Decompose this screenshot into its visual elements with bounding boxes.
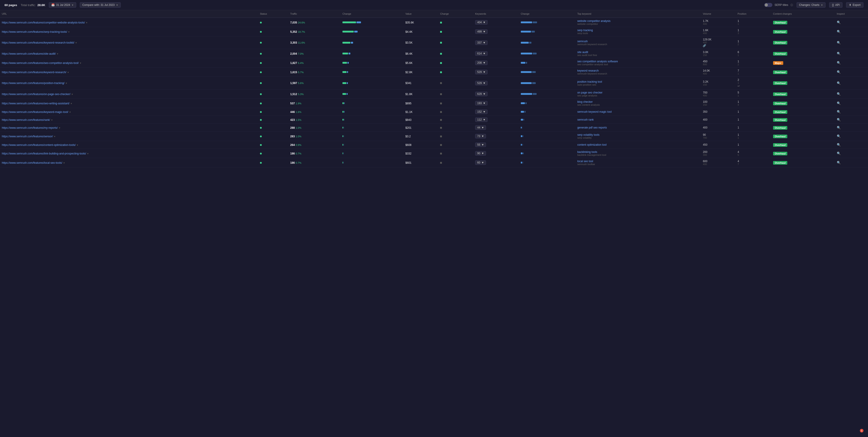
keywords-pill[interactable]: 529▼ [475,81,488,86]
keywords-dropdown-arrow[interactable]: ▼ [483,61,486,64]
content-changes-badge[interactable]: Overhaul [773,135,787,138]
inspect-icon[interactable]: 🔍 [837,110,841,113]
inspect-icon[interactable]: 🔍 [837,92,841,96]
date-btn[interactable]: 📅 31 Jul 2024 ▼ [49,2,76,8]
keywords-dropdown-arrow[interactable]: ▼ [483,118,486,121]
url-link[interactable]: https://www.semrush.com/features/rank/ [2,118,50,122]
top-keyword-main[interactable]: serp volatility tools [577,133,699,136]
compare-btn[interactable]: Compare with: 31 Jul 2023 ▼ [80,2,121,8]
keywords-dropdown-arrow[interactable]: ▼ [483,30,486,33]
content-changes-badge[interactable]: Overhaul [773,92,787,96]
inspect-icon[interactable]: 🔍 [837,52,841,55]
url-dropdown-arrow[interactable]: ▼ [76,144,79,146]
content-changes-badge[interactable]: Overhaul [773,126,787,130]
url-dropdown-arrow[interactable]: ▼ [51,119,53,121]
content-changes-badge[interactable]: Overhaul [773,161,787,165]
api-btn[interactable]: {} API [829,2,842,8]
inspect-icon[interactable]: 🔍 [837,152,841,155]
keywords-dropdown-arrow[interactable]: ▼ [483,92,486,96]
inspect-icon[interactable]: 🔍 [837,161,841,164]
keywords-pill[interactable]: 529▼ [475,70,488,74]
url-dropdown-arrow[interactable]: ▼ [69,111,71,113]
keywords-pill[interactable]: 44▼ [475,125,486,130]
url-dropdown-arrow[interactable]: ▼ [87,153,89,155]
info-icon[interactable]: ⓘ [790,3,793,7]
keywords-pill[interactable]: 112▼ [475,117,488,122]
url-link[interactable]: https://www.semrush.com/features/competi… [2,21,85,24]
url-link[interactable]: https://www.semrush.com/features/sensor/ [2,135,53,138]
keywords-pill[interactable]: 90▼ [475,151,486,156]
keywords-pill[interactable]: 193▼ [475,101,488,105]
url-dropdown-arrow[interactable]: ▼ [68,31,70,33]
keywords-dropdown-arrow[interactable]: ▼ [482,152,484,155]
top-keyword-main[interactable]: serp tracking [577,29,699,32]
keywords-dropdown-arrow[interactable]: ▼ [482,126,484,129]
top-keyword-main[interactable]: seo competition analysis software [577,60,699,63]
keywords-pill[interactable]: 629▼ [475,92,488,96]
content-changes-badge[interactable]: Major [773,61,783,65]
inspect-icon[interactable]: 🔍 [837,21,841,24]
inspect-icon[interactable]: 🔍 [837,30,841,33]
url-dropdown-arrow[interactable]: ▼ [63,162,65,164]
url-dropdown-arrow[interactable]: ▼ [86,22,88,24]
changes-charts-btn[interactable]: Changes: Charts ▼ [797,2,826,8]
content-changes-badge[interactable]: Overhaul [773,152,787,156]
keywords-pill[interactable]: 499▼ [475,29,488,34]
content-changes-badge[interactable]: Overhaul [773,81,787,85]
inspect-icon[interactable]: 🔍 [837,143,841,146]
content-changes-badge[interactable]: Overhaul [773,52,787,56]
keywords-pill[interactable]: 73▼ [475,134,486,138]
url-link[interactable]: https://www.semrush.com/features/link-bu… [2,152,86,155]
keywords-dropdown-arrow[interactable]: ▼ [482,135,484,138]
keywords-dropdown-arrow[interactable]: ▼ [483,21,486,24]
url-dropdown-arrow[interactable]: ▼ [54,135,56,138]
top-keyword-main[interactable]: local seo tool [577,160,699,163]
content-changes-badge[interactable]: Overhaul [773,118,787,122]
inspect-icon[interactable]: 🔍 [837,70,841,74]
url-link[interactable]: https://www.semrush.com/features/seo-wri… [2,102,69,105]
content-changes-badge[interactable]: Overhaul [773,143,787,147]
keywords-dropdown-arrow[interactable]: ▼ [483,41,486,44]
content-changes-badge[interactable]: Overhaul [773,21,787,24]
keywords-pill[interactable]: 208▼ [475,61,488,65]
url-link[interactable]: https://www.semrush.com/features/on-page… [2,93,70,96]
content-changes-badge[interactable]: Overhaul [773,110,787,114]
content-changes-badge[interactable]: Overhaul [773,70,787,74]
keywords-pill[interactable]: 60▼ [475,160,486,165]
top-keyword-main[interactable]: site audit [577,51,699,54]
url-dropdown-arrow[interactable]: ▼ [75,41,77,44]
top-keyword-main[interactable]: blog checker [577,100,699,103]
url-link[interactable]: https://www.semrush.com/features/positio… [2,81,64,85]
keywords-pill[interactable]: 152▼ [475,109,488,114]
content-changes-badge[interactable]: Overhaul [773,41,787,44]
keywords-dropdown-arrow[interactable]: ▼ [482,161,484,164]
top-keyword-main[interactable]: semrush [577,40,699,43]
inspect-icon[interactable]: 🔍 [837,101,841,105]
inspect-icon[interactable]: 🔍 [837,61,841,65]
keywords-pill[interactable]: 614▼ [475,51,488,56]
top-keyword-main[interactable]: content optimization tool [577,143,699,146]
url-link[interactable]: https://www.semrush.com/features/keyword… [2,71,66,74]
content-changes-badge[interactable]: Overhaul [773,30,787,34]
inspect-icon[interactable]: 🔍 [837,118,841,122]
url-dropdown-arrow[interactable]: ▼ [57,53,59,55]
url-link[interactable]: https://www.semrush.com/features/seo-com… [2,61,79,65]
content-changes-badge[interactable]: Overhaul [773,102,787,105]
top-keyword-main[interactable]: semrush keyword magic tool [577,110,699,113]
inspect-icon[interactable]: 🔍 [837,41,841,44]
keywords-dropdown-arrow[interactable]: ▼ [483,110,486,113]
url-link[interactable]: https://www.semrush.com/features/content… [2,143,76,146]
url-link[interactable]: https://www.semrush.com/features/keyword… [2,110,68,113]
keywords-dropdown-arrow[interactable]: ▼ [483,102,486,105]
url-dropdown-arrow[interactable]: ▼ [70,102,72,105]
url-link[interactable]: https://www.semrush.com/features/serp-tr… [2,30,67,33]
url-link[interactable]: https://www.semrush.com/features/keyword… [2,41,74,44]
url-dropdown-arrow[interactable]: ▼ [58,127,61,129]
inspect-icon[interactable]: 🔍 [837,81,841,85]
url-link[interactable]: https://www.semrush.com/features/site-au… [2,52,56,55]
inspect-icon[interactable]: 🔍 [837,134,841,138]
keywords-dropdown-arrow[interactable]: ▼ [483,70,486,74]
keywords-dropdown-arrow[interactable]: ▼ [483,52,486,55]
inspect-icon[interactable]: 🔍 [837,126,841,129]
top-keyword-main[interactable]: keyword research [577,69,699,72]
